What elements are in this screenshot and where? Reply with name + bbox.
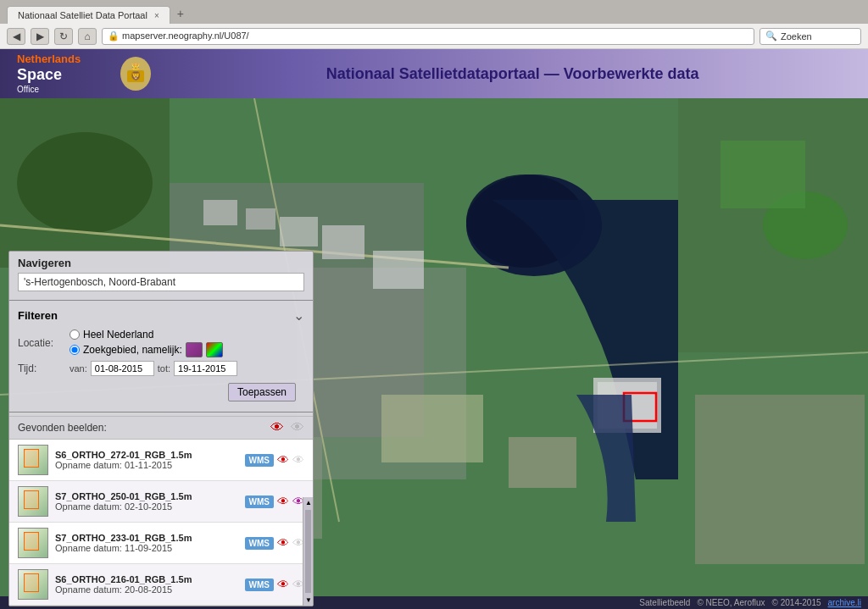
copyright-text: © NEEO, Aeroflux [697,598,765,607]
zoekgebied-option[interactable]: Zoekgebied, namelijk: [70,342,223,357]
home-btn[interactable]: ⌂ [78,28,97,45]
scrollbar[interactable]: ▲ ▼ [303,497,313,606]
tab-title: Nationaal Satelliet Data Portaal [18,10,147,20]
svg-rect-24 [322,225,364,259]
new-tab-btn[interactable]: + [170,3,191,24]
result-item: S6_ORTHO_272-01_RGB_1.5m Opname datum: 0… [9,440,313,481]
result-name: S7_ORTHO_233-01_RGB_1.5m [55,533,238,543]
scroll-thumb[interactable] [305,510,311,593]
divider-2 [9,412,313,412]
svg-rect-25 [373,251,424,289]
results-label: Gevonden beelden: [18,422,264,434]
svg-rect-23 [280,217,318,246]
heel-nederland-option[interactable]: Heel Nederland [70,329,223,340]
result-info: S6_ORTHO_272-01_RGB_1.5m Opname datum: 0… [55,450,238,470]
location-label: Locatie: [18,337,64,349]
thumb-outline [24,573,39,592]
time-filter-row: Tijd: van: tot: [9,359,313,378]
result-info: S7_ORTHO_250-01_RGB_1.5m Opname datum: 0… [55,491,238,512]
divider-1 [9,300,313,301]
svg-rect-17 [381,395,483,462]
result-date: Opname datum: 20-08-2015 [55,584,238,595]
search-icon: 🔍 [765,30,777,42]
date-label-1: Opname datum: [55,501,122,512]
control-panel: Navigeren Filteren ⌄ Locatie: Heel Neder… [8,251,314,606]
toggle-all-visible-icon[interactable]: 👁 [270,420,284,435]
multi-color-btn[interactable] [206,342,223,357]
active-tab[interactable]: Nationaal Satelliet Data Portaal × [7,6,170,24]
result-info: S7_ORTHO_233-01_RGB_1.5m Opname datum: 1… [55,533,238,553]
site-header: Netherlands Space Office 👑 🦁 Nationaal S… [0,49,868,98]
result-date: Opname datum: 02-10-2015 [55,501,238,512]
nav-bar: ◀ ▶ ↻ ⌂ 🔒 mapserver.neography.nl/U087/ 🔍… [0,24,868,49]
svg-rect-20 [695,395,865,564]
address-bar[interactable]: 🔒 mapserver.neography.nl/U087/ [102,28,754,45]
wms-btn-0[interactable]: WMS [245,454,274,467]
svg-rect-27 [721,141,805,208]
filter-chevron-icon[interactable]: ⌄ [293,307,304,324]
search-placeholder: Zoeken [781,31,812,42]
navigate-section: Navigeren [9,252,313,296]
result-actions: WMS 👁 👁 [245,536,304,550]
filter-header: Filteren ⌄ [9,304,313,327]
refresh-btn[interactable]: ↻ [54,28,73,45]
scroll-down-btn[interactable]: ▼ [303,595,313,606]
van-label: van: [70,363,87,374]
apply-btn[interactable]: Toepassen [228,383,296,401]
eye-visible-icon-0[interactable]: 👁 [277,453,289,467]
browser-chrome: Nationaal Satelliet Data Portaal × + ◀ ▶… [0,0,868,49]
eye-visible-icon-3[interactable]: 👁 [277,578,289,591]
wms-btn-2[interactable]: WMS [245,537,274,550]
date-value-2: 11-09-2015 [125,543,172,553]
ssl-icon: 🔒 [108,30,120,41]
date-to-input[interactable] [174,361,237,376]
result-name: S7_ORTHO_250-01_RGB_1.5m [55,491,238,501]
satellite-label: Satellietbeeld [639,598,690,607]
eye-visible-icon-1[interactable]: 👁 [277,495,289,508]
date-range: van: tot: [70,361,237,376]
results-list[interactable]: S6_ORTHO_272-01_RGB_1.5m Opname datum: 0… [9,439,313,606]
navigate-input[interactable] [18,273,304,291]
tab-bar: Nationaal Satelliet Data Portaal × + [0,0,868,24]
forward-btn[interactable]: ▶ [31,28,49,45]
location-radio-group: Heel Nederland Zoekgebied, namelijk: [70,329,223,357]
svg-text:🦁: 🦁 [131,70,142,81]
date-value-3: 20-08-2015 [125,584,172,595]
result-thumbnail [18,569,48,600]
search-box[interactable]: 🔍 Zoeken [760,28,861,45]
header-title: Nationaal Satellietdataportaal — Voorbew… [174,65,851,83]
thumb-outline [24,449,39,468]
result-name: S6_ORTHO_272-01_RGB_1.5m [55,450,238,460]
date-label-2: Opname datum: [55,543,122,553]
result-date: Opname datum: 11-09-2015 [55,543,238,553]
wms-btn-1[interactable]: WMS [245,496,274,508]
wms-btn-3[interactable]: WMS [245,579,274,591]
result-thumbnail [18,445,48,475]
heel-nederland-radio[interactable] [70,329,80,340]
result-actions: WMS 👁 👁 [245,578,304,591]
toggle-all-hidden-icon[interactable]: 👁 [291,420,304,435]
result-item: S7_ORTHO_233-01_RGB_1.5m Opname datum: 1… [9,523,313,564]
year-text: © 2014-2015 [772,598,821,607]
svg-rect-18 [509,437,576,488]
zoekgebied-radio[interactable] [70,345,80,355]
archive-link[interactable]: archive.li [828,598,861,607]
eye-visible-icon-2[interactable]: 👁 [277,536,289,550]
result-actions: WMS 👁 👁 [245,495,304,508]
zoekgebied-label: Zoekgebied, namelijk: [83,344,182,356]
logo-area: Netherlands Space Office [17,53,81,94]
date-value-1: 02-10-2015 [125,501,172,512]
eye-hidden-icon-0[interactable]: 👁 [292,453,304,467]
scroll-up-btn[interactable]: ▲ [303,497,313,508]
result-thumbnail [18,528,48,558]
location-filter-row: Locatie: Heel Nederland Zoekgebied, name… [9,327,313,359]
back-btn[interactable]: ◀ [7,28,25,45]
date-label-3: Opname datum: [55,584,122,595]
svg-rect-21 [203,200,237,225]
tijd-label: Tijd: [18,363,64,374]
filter-title: Filteren [18,309,58,322]
address-text: mapserver.neography.nl/U087/ [122,30,249,41]
purple-color-btn[interactable] [186,342,203,357]
date-from-input[interactable] [91,361,154,376]
tab-close-btn[interactable]: × [154,11,159,20]
